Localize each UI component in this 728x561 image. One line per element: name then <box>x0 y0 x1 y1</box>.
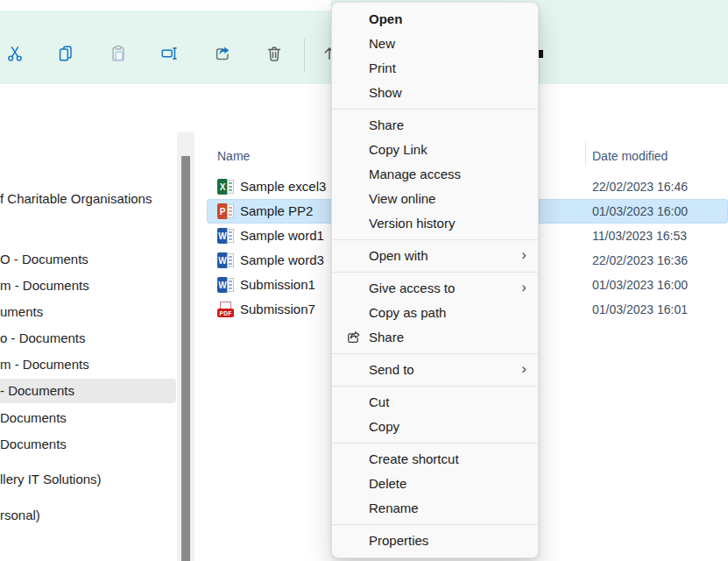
delete-button[interactable] <box>261 42 287 68</box>
file-date-modified: 01/03/2023 16:01 <box>592 297 688 322</box>
menu-item-share-os[interactable]: Share <box>332 325 538 350</box>
menu-item-new[interactable]: New <box>332 32 538 56</box>
menu-item-print[interactable]: Print <box>332 56 538 81</box>
sidebar-item[interactable]: o - Documents <box>0 326 176 351</box>
sidebar-item[interactable]: m - Documents <box>0 273 176 298</box>
page-decoration <box>227 278 234 292</box>
file-explorer-window: › › Operations - Documents › TestF f Cha… <box>0 0 728 561</box>
submenu-chevron-icon: › <box>521 276 527 301</box>
powerpoint-file-icon: P <box>217 203 234 219</box>
menu-item-copy-as-path[interactable]: Copy as path <box>332 301 538 325</box>
file-name: Submission1 <box>240 273 315 297</box>
column-header-name[interactable]: Name <box>217 149 250 163</box>
file-date-modified: 11/03/2023 16:53 <box>592 224 687 248</box>
menu-item-label: Give access to <box>369 280 455 295</box>
column-header-date-modified[interactable]: Date modified <box>592 149 668 163</box>
copy-button[interactable] <box>53 42 79 68</box>
toolbar-separator <box>304 39 305 72</box>
menu-item-label: Open with <box>369 248 428 263</box>
menu-item-properties[interactable]: Properties <box>332 529 538 553</box>
pdf-file-icon: PDF <box>217 302 234 317</box>
file-name: Sample PP2 <box>240 199 313 224</box>
sidebar-item[interactable]: Documents <box>0 406 176 430</box>
menu-separator <box>332 386 538 387</box>
rename-icon <box>159 44 179 67</box>
menu-item-rename[interactable]: Rename <box>332 496 538 521</box>
menu-item-open[interactable]: Open <box>332 7 538 32</box>
context-menu: Open New Print Show Share Copy Link Mana… <box>331 2 539 558</box>
share-icon <box>345 329 363 346</box>
word-file-icon: W <box>217 252 234 268</box>
sidebar-item[interactable]: O - Documents <box>0 247 176 272</box>
menu-separator <box>332 239 538 240</box>
share-button[interactable] <box>209 42 236 68</box>
sidebar-item[interactable]: rsonal) <box>0 503 176 528</box>
menu-item-manage-access[interactable]: Manage access <box>332 162 538 187</box>
submenu-chevron-icon: › <box>521 358 527 382</box>
file-name: Sample word3 <box>240 248 324 273</box>
file-date-modified: 01/03/2023 16:00 <box>592 273 688 297</box>
copy-icon <box>56 44 75 67</box>
menu-item-send-to[interactable]: Send to › <box>332 358 538 382</box>
page-decoration <box>227 204 234 218</box>
file-name: Submission7 <box>240 297 315 322</box>
share-icon <box>213 44 232 67</box>
menu-item-label: Share <box>369 330 404 344</box>
delete-icon <box>265 44 284 67</box>
sidebar-item[interactable]: llery IT Solutions) <box>0 467 176 492</box>
file-name: Sample word1 <box>240 224 324 248</box>
page-decoration <box>227 229 234 243</box>
redacted-mark <box>539 50 543 58</box>
navigation-sidebar: f Charitable Organisations O - Documents… <box>0 132 176 561</box>
file-date-modified: 22/02/2023 16:36 <box>592 248 688 273</box>
menu-item-open-with[interactable]: Open with › <box>332 244 538 268</box>
file-date-modified: 01/03/2023 16:00 <box>592 199 688 224</box>
sidebar-item[interactable]: Documents <box>0 432 176 457</box>
window-top-strip <box>0 0 331 11</box>
menu-item-copy[interactable]: Copy <box>332 415 538 439</box>
menu-item-share[interactable]: Share <box>332 113 538 138</box>
word-file-icon: W <box>217 228 234 244</box>
menu-separator <box>332 272 538 273</box>
menu-separator <box>332 353 538 354</box>
submenu-chevron-icon: › <box>521 244 527 268</box>
file-name: Sample excel3 <box>240 174 326 199</box>
menu-item-show[interactable]: Show <box>332 81 538 105</box>
paste-icon <box>109 44 128 67</box>
menu-item-view-online[interactable]: View online <box>332 187 538 211</box>
menu-separator <box>332 109 538 110</box>
menu-item-delete[interactable]: Delete <box>332 472 538 496</box>
menu-item-copy-link[interactable]: Copy Link <box>332 138 538 162</box>
paste-button[interactable] <box>105 42 131 68</box>
word-file-icon: W <box>217 277 234 293</box>
menu-item-version-history[interactable]: Version history <box>332 211 538 236</box>
menu-item-create-shortcut[interactable]: Create shortcut <box>332 447 538 472</box>
sidebar-item[interactable]: uments <box>0 300 176 324</box>
menu-separator <box>332 524 538 525</box>
sidebar-item[interactable]: m - Documents <box>0 352 176 377</box>
sidebar-scrollbar-track[interactable] <box>177 132 194 561</box>
cut-icon <box>5 44 25 67</box>
menu-item-give-access-to[interactable]: Give access to › <box>332 276 538 301</box>
sidebar-scrollbar-thumb[interactable] <box>181 156 190 561</box>
file-date-modified: 22/02/2023 16:46 <box>592 174 688 199</box>
menu-item-label: Send to <box>369 362 414 377</box>
sidebar-item-selected[interactable]: - Documents <box>0 379 176 403</box>
page-decoration <box>227 253 234 267</box>
excel-file-icon: X <box>217 179 234 195</box>
page-decoration <box>227 180 234 194</box>
pdf-badge: PDF <box>217 309 234 317</box>
rename-button[interactable] <box>156 42 182 68</box>
cut-button[interactable] <box>2 42 28 68</box>
column-divider <box>585 141 586 165</box>
menu-item-cut[interactable]: Cut <box>332 390 538 415</box>
menu-separator <box>332 443 538 444</box>
sidebar-item[interactable]: f Charitable Organisations <box>0 187 176 211</box>
